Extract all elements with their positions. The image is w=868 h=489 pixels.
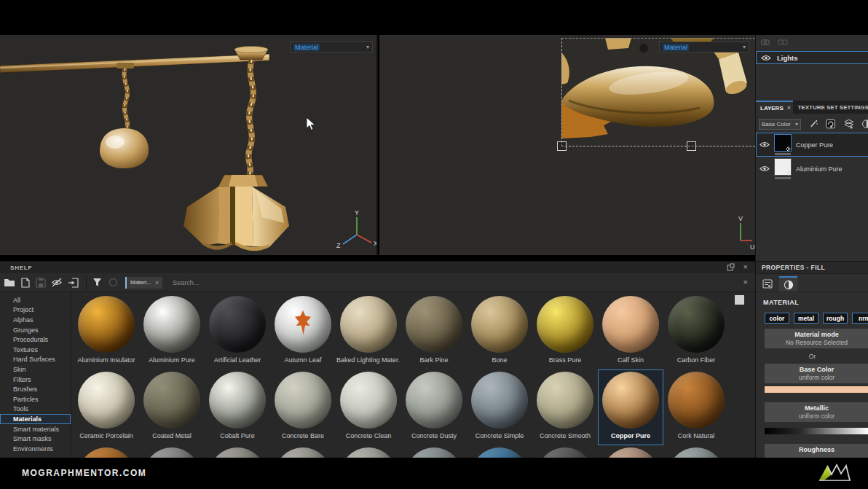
unlink-icon[interactable] [778, 38, 788, 47]
material-item[interactable]: Coated Metal [139, 369, 205, 445]
shelf-category-item[interactable]: Environments [0, 444, 71, 454]
roughness-button[interactable]: Roughness [765, 444, 868, 458]
tab-fill-settings[interactable] [758, 276, 776, 292]
filter-chip-materials[interactable]: Materi... × [125, 277, 162, 289]
material-item[interactable]: Cobalt Pure [205, 369, 270, 445]
base-color-button[interactable]: Base Color uniform color [765, 364, 868, 383]
material-item[interactable]: Copper Pure [598, 369, 663, 445]
material-item[interactable]: Bone [467, 294, 532, 369]
shelf-category-item[interactable]: Skin [0, 364, 71, 375]
marquee-handle-left[interactable] [557, 141, 567, 151]
shelf-category-item[interactable]: Textures [0, 345, 71, 355]
close-icon[interactable]: × [155, 279, 159, 286]
shelf-category-item[interactable]: Filters [0, 375, 71, 385]
save-icon[interactable] [36, 278, 46, 288]
shelf-category-item[interactable]: Grunges [0, 325, 71, 335]
close-icon[interactable]: × [743, 278, 748, 286]
layer-visibility-eye-icon[interactable] [760, 141, 770, 148]
material-item-partial[interactable] [532, 445, 598, 458]
search-input[interactable] [173, 279, 318, 286]
material-item-partial[interactable] [270, 445, 336, 458]
material-item-partial[interactable] [139, 445, 205, 458]
material-mode-button[interactable]: Material mode No Resource Selected [765, 329, 868, 348]
texture-2d-view [561, 38, 755, 146]
viewport-3d[interactable]: Material ▾ Y Z X [0, 35, 378, 255]
material-item[interactable]: Autumn Leaf [270, 294, 336, 369]
tab-material[interactable] [779, 276, 797, 292]
material-item[interactable]: Concrete Simple [467, 369, 532, 445]
filter-history-icon[interactable] [108, 278, 118, 287]
material-item-partial[interactable] [598, 445, 663, 458]
import-resources-icon[interactable] [68, 278, 79, 288]
material-item[interactable]: Bark Pine [401, 294, 467, 369]
material-item[interactable]: Concrete Smooth [532, 369, 598, 445]
shelf-category-item[interactable]: Particles [0, 394, 71, 404]
close-icon[interactable]: × [787, 104, 791, 112]
folder-icon[interactable] [4, 278, 15, 288]
close-icon[interactable]: × [743, 263, 748, 271]
shelf-category-item[interactable]: Procedurals [0, 335, 71, 345]
material-item[interactable]: Aluminium Insulator [74, 294, 139, 369]
viewport-2d[interactable]: Material ▾ V U [379, 35, 755, 255]
new-file-icon[interactable] [20, 278, 31, 288]
layer-row[interactable]: Aluminium Pure [756, 157, 868, 181]
material-item[interactable]: Concrete Bare [270, 369, 336, 445]
shelf-category-item[interactable]: Smart materials [0, 424, 71, 434]
shelf-category-item[interactable]: Materials [0, 414, 71, 424]
material-thumbnail [78, 372, 135, 429]
material-item[interactable]: Concrete Clean [336, 369, 401, 445]
metallic-slider[interactable] [765, 428, 868, 434]
material-item[interactable]: Baked Lighting Mater... [336, 294, 401, 369]
layer-visibility-eye-icon[interactable] [760, 165, 770, 172]
blend-mode-dropdown[interactable]: Base Color ▾ [759, 119, 801, 130]
layer-row[interactable]: Copper Pure [756, 133, 868, 157]
material-item[interactable]: Cork Natural [663, 369, 729, 445]
effects-icon[interactable] [826, 119, 835, 129]
channel-button[interactable]: nrm [852, 313, 868, 324]
material-item[interactable]: Brass Pure [532, 294, 598, 369]
shelf-category-item[interactable]: Smart masks [0, 434, 71, 444]
shelf-category-item[interactable]: Brushes [0, 384, 71, 394]
shelf-category-item[interactable]: All [0, 295, 71, 305]
shelf-category-item[interactable]: Alphas [0, 315, 71, 325]
material-item[interactable]: Concrete Dusty [401, 369, 467, 445]
material-item[interactable]: Artificial Leather [205, 294, 270, 369]
add-layer-icon[interactable] [844, 119, 853, 129]
channel-button[interactable]: rough [823, 313, 848, 324]
material-item-partial[interactable] [663, 445, 729, 458]
base-color-subtitle: uniform color [765, 374, 868, 381]
visibility-eye-icon[interactable] [761, 55, 771, 61]
material-item-partial[interactable] [205, 445, 270, 458]
tab-texture-set-settings[interactable]: TEXTURE SET SETTINGS [793, 101, 868, 114]
material-item[interactable]: Aluminium Pure [139, 294, 205, 369]
lights-row[interactable]: Lights [756, 51, 868, 64]
material-item[interactable]: Calf Skin [598, 294, 663, 369]
marquee-handle-right[interactable] [687, 141, 696, 151]
viewport2d-shading-dropdown[interactable]: Material ▾ [659, 42, 749, 52]
metallic-button[interactable]: Metallic uniform color [765, 402, 868, 422]
add-mask-icon[interactable] [861, 119, 868, 129]
base-color-swatch[interactable] [765, 386, 868, 393]
shelf-scrollbar-thumb[interactable] [735, 295, 744, 305]
shelf-category-item[interactable]: Project [0, 305, 71, 316]
popout-icon[interactable] [727, 263, 735, 271]
link-icon[interactable] [760, 38, 770, 47]
material-item-partial[interactable] [401, 445, 467, 458]
material-item-partial[interactable] [74, 445, 139, 458]
material-item[interactable]: Ceramic Porcelain [74, 369, 139, 445]
tab-layers[interactable]: LAYERS × [756, 101, 793, 114]
material-item-partial[interactable] [336, 445, 401, 458]
shelf-category-item[interactable]: Tools [0, 404, 71, 415]
viewport3d-shading-dropdown[interactable]: Material ▾ [290, 42, 373, 52]
material-thumbnail [406, 296, 462, 353]
material-item[interactable]: Carbon Fiber [663, 294, 729, 369]
channel-button[interactable]: metal [794, 313, 818, 324]
shelf-category-item[interactable]: Hard Surfaces [0, 355, 71, 365]
magic-wand-icon[interactable] [809, 120, 818, 129]
filter-funnel-icon[interactable] [92, 278, 102, 287]
hide-resources-icon[interactable] [51, 278, 63, 287]
material-name: Baked Lighting Mater... [336, 356, 401, 364]
material-name: Ceramic Porcelain [74, 432, 138, 439]
material-item-partial[interactable] [467, 445, 532, 458]
channel-button[interactable]: color [765, 313, 789, 324]
